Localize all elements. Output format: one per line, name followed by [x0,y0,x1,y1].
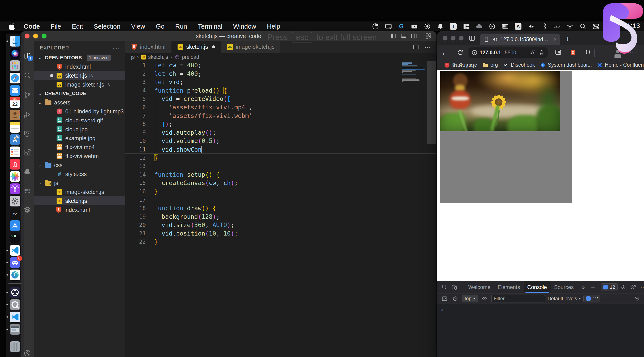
dock-item-bin[interactable] [10,341,20,352]
code-line[interactable]: 7 'assets/ffix-vivi.webm' [125,112,436,120]
zoom-window-button[interactable] [459,36,464,40]
bluetooth-icon[interactable] [540,22,548,30]
tree-item-cloud.jpg[interactable]: cloud.jpg [34,125,125,134]
browser-tab[interactable]: 127.0.0.1:5500/index.html × [480,34,560,45]
minimap[interactable] [402,62,424,82]
menu-item-code[interactable]: Code [18,23,46,30]
console-context-select[interactable]: top▾ [462,295,478,302]
keyboard-a-icon[interactable]: A [514,22,522,30]
project-section[interactable]: ⌄ CREATIVE_CODE [34,89,125,98]
tree-item-sketch.js[interactable]: JSsketch.js [34,196,125,205]
line-number[interactable]: 1 [125,61,146,70]
close-window-button[interactable] [24,34,30,38]
text-tool-icon[interactable]: T [450,22,457,30]
code-line[interactable]: 19 background(128); [125,212,436,221]
code-line[interactable]: 21 vid.position(10, 10); [125,229,436,238]
split-editor-icon[interactable] [413,44,419,50]
more-actions-icon[interactable]: ··· [424,44,431,50]
tree-item-image-sketch.js[interactable]: JSimage-sketch.js [34,188,125,196]
activity-codewhisperer-icon[interactable] [24,206,31,214]
line-number[interactable]: 5 [125,94,146,103]
minimize-window-button[interactable] [451,36,456,40]
tree-item-css[interactable]: ⌄css [34,160,125,170]
devtools-settings-icon[interactable] [620,283,628,291]
code-line[interactable]: 17 [125,196,436,204]
dock-item-appletv[interactable]: tv [10,208,20,219]
bookmark-confluence[interactable]: Home - Confluence [597,62,644,68]
activity-source-control-icon[interactable] [24,91,31,99]
log-levels-select[interactable]: Default levels▾ [548,296,581,302]
code-editor[interactable]: 1let cw = 400;2let ch = 400;3let vid;4fu… [125,61,436,357]
activity-search-icon[interactable] [24,72,31,79]
console-settings-icon[interactable] [633,294,641,303]
code-line[interactable]: 11 vid.showCon [125,145,436,154]
clear-console-icon[interactable] [451,294,459,303]
wifi-icon[interactable] [566,22,574,30]
dock-item-xcode[interactable] [10,134,20,145]
line-number[interactable]: 20 [125,221,146,229]
dock-item-quicktime[interactable] [10,299,20,310]
line-number[interactable]: 17 [125,196,146,204]
more-tabs-icon[interactable]: » [579,283,587,291]
code-line[interactable]: 12} [125,154,436,162]
open-editor-sketch.js[interactable]: JSsketch.jsjs [34,71,125,80]
dock-item-edge[interactable] [10,270,20,280]
line-number[interactable]: 10 [125,137,146,145]
devtools-tab-console[interactable]: Console [524,281,550,293]
activity-account-icon[interactable] [24,350,31,357]
tree-item-assets[interactable]: ⌄assets [34,98,125,107]
volume-icon[interactable] [527,22,535,30]
new-tab-button[interactable]: + [565,34,570,44]
dock-item-calendar[interactable]: JUL22 [10,97,20,108]
line-number[interactable]: 11 [125,146,146,154]
dock-item-obs[interactable] [10,287,20,298]
tab-audio-icon[interactable] [492,36,498,42]
devtools-menu-icon[interactable]: ··· [639,283,644,291]
menu-item-go[interactable]: Go [150,23,170,30]
activity-run-debug-icon[interactable] [24,111,31,118]
address-bar[interactable]: 127.0.0.1:5500... A⁾ [468,48,548,58]
line-number[interactable]: 16 [125,187,146,196]
code-line[interactable]: 10 vid.volume(0.5); [125,137,436,145]
line-number[interactable]: 4 [125,86,146,95]
tree-item-example.jpg[interactable]: example.jpg [34,134,125,143]
code-line[interactable]: 1let cw = 400; [125,61,436,70]
tree-item-style.css[interactable]: #style.css [34,170,125,178]
issues-counter-2[interactable]: 12 [584,295,600,302]
code-line[interactable]: 13 [125,162,436,170]
line-number[interactable]: 15 [125,179,146,187]
read-aloud-icon[interactable]: A⁾ [531,50,536,56]
open-editor-index.html[interactable]: 5index.html [34,62,125,71]
dock-item-siri[interactable] [10,48,20,59]
bookmark-folder[interactable]: org [482,62,498,68]
dock-item-podcasts[interactable] [10,184,20,194]
line-number[interactable]: 3 [125,78,146,86]
line-number[interactable]: 2 [125,70,146,78]
open-editors-section[interactable]: ⌄ OPEN EDITORS 1 unsaved [34,53,125,62]
toggle-secondary-sidebar-icon[interactable] [411,33,417,39]
code-line[interactable]: 6 'assets/ffix-vivi.mp4', [125,103,436,112]
battery-icon[interactable] [553,22,561,30]
line-number[interactable]: 6 [125,103,146,112]
screen-mirroring-icon[interactable] [372,22,379,30]
line-number[interactable]: 8 [125,120,146,128]
devtools-tab-elements[interactable]: Elements [494,281,524,293]
dock-item-window-preview[interactable] [10,324,20,335]
bookmark-red-circle[interactable]: อันดับสูงสุด [444,61,478,69]
activity-explorer-icon[interactable]: 1 [24,52,31,60]
dock-item-terminal[interactable]: $ [10,233,20,243]
open-editor-image-sketch.js[interactable]: JSimage-sketch.jsjs [34,80,125,89]
device-toolbar-icon[interactable] [450,283,458,291]
zoom-window-button[interactable] [42,34,46,38]
inspect-element-icon[interactable] [440,283,448,291]
apple-menu-icon[interactable] [9,22,16,30]
menu-item-file[interactable]: File [46,23,67,30]
dock-item-music[interactable]: ♫ [10,159,20,170]
window-tiles-icon[interactable] [462,22,470,30]
tree-item-index.html[interactable]: 5index.html [34,205,125,214]
devtools-tab-welcome[interactable]: Welcome [465,281,494,293]
tree-item-01-blinded-by-light.mp3[interactable]: ♪01-blinded-by-light.mp3 [34,107,125,116]
dock-item-launchpad[interactable] [10,60,20,71]
vertical-tabs-icon[interactable] [469,35,476,42]
menu-item-window[interactable]: Window [228,23,262,30]
